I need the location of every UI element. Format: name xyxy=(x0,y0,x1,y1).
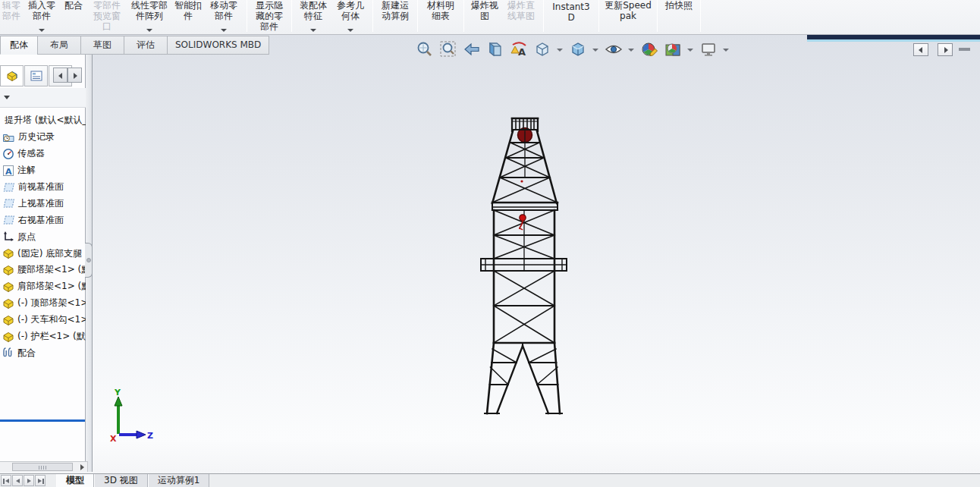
pane-tab-property-manager[interactable] xyxy=(24,65,48,86)
nav-last-button[interactable] xyxy=(35,475,46,486)
insert-component-button[interactable]: 插入零部件 xyxy=(24,0,59,34)
toolbar-separator xyxy=(372,0,373,32)
tree-item-sensors[interactable]: 传感器 xyxy=(0,146,86,162)
dropdown-arrow-icon[interactable] xyxy=(310,29,316,32)
rollback-bar[interactable] xyxy=(0,419,85,422)
tree-item-label: 提升塔 (默认<默认_ xyxy=(5,114,86,127)
tree-item-waist-tower[interactable]: 腰部塔架<1> (默 xyxy=(0,262,86,278)
nav-next-button[interactable] xyxy=(24,475,34,486)
mid-tower-section xyxy=(494,210,554,343)
tab-label: 评估 xyxy=(137,39,155,50)
reference-geometry-button[interactable]: 参考几何体 xyxy=(332,0,369,34)
button-label: 参考几何体 xyxy=(337,0,364,21)
nav-previous-button[interactable] xyxy=(12,475,23,486)
tree-item-origin[interactable]: 原点 xyxy=(0,228,86,245)
dropdown-arrow-icon[interactable] xyxy=(592,40,599,58)
tree-root-assembly[interactable]: 提升塔 (默认<默认_ xyxy=(0,112,86,129)
previous-view-icon[interactable] xyxy=(463,40,481,58)
panel-horizontal-scrollbar[interactable] xyxy=(0,461,88,472)
mate-button[interactable]: 配合 xyxy=(61,0,86,34)
apply-scene-icon[interactable] xyxy=(664,40,682,58)
tree-item-mates[interactable]: 配合 xyxy=(0,344,86,361)
button-label: 线性零部件阵列 xyxy=(131,0,168,21)
component-preview-window-button: 零部件预览窗口 xyxy=(88,0,126,34)
tab-evaluate[interactable]: 评估 xyxy=(124,36,168,55)
top-tower-section xyxy=(492,131,558,203)
nav-first-button[interactable] xyxy=(1,475,11,486)
bar-icon xyxy=(3,479,5,484)
tab-label: 运动算例1 xyxy=(158,475,200,485)
linear-component-pattern-button[interactable]: 线性零部件阵列 xyxy=(127,0,171,34)
dropdown-arrow-icon[interactable] xyxy=(557,40,564,58)
view-orientation-icon[interactable] xyxy=(533,40,551,58)
dropdown-arrow-icon[interactable] xyxy=(628,40,635,58)
tab-solidworks-mbd[interactable]: SOLIDWORKS MBD xyxy=(167,36,269,55)
display-style-icon[interactable] xyxy=(569,40,587,58)
tab-sketch[interactable]: 草图 xyxy=(80,36,124,55)
tree-item-guard-rail[interactable]: (-) 护栏<1> (默 xyxy=(0,328,86,345)
plane-icon xyxy=(2,214,15,226)
section-view-icon[interactable] xyxy=(486,40,504,58)
tree-item-annotations[interactable]: A 注解 xyxy=(0,162,86,179)
model-lifting-tower[interactable] xyxy=(455,106,607,425)
pane-scroll-left-button[interactable] xyxy=(53,68,68,83)
task-pane-edge-strip xyxy=(807,35,980,42)
zoom-to-fit-icon[interactable] xyxy=(416,40,434,58)
pane-tab-feature-manager[interactable] xyxy=(0,65,24,86)
tab-motion-study-1[interactable]: 运动算例1 xyxy=(148,474,210,487)
tree-item-right-plane[interactable]: 右视基准面 xyxy=(0,212,86,228)
tree-item-label: 腰部塔架<1> (默 xyxy=(17,263,86,276)
new-motion-study-button[interactable]: 新建运动算例 xyxy=(377,0,413,34)
bottom-legs-section xyxy=(485,343,562,413)
assembly-features-button[interactable]: 装配体特征 xyxy=(296,0,331,34)
guard-rail xyxy=(512,118,538,131)
tree-item-label: (-) 天车和勾<1> xyxy=(17,313,86,326)
tree-item-bottom-legs[interactable]: (固定) 底部支腿 xyxy=(0,245,86,262)
zoom-to-area-icon[interactable] xyxy=(439,40,457,58)
shoulder-band xyxy=(492,203,558,210)
tab-3d-views[interactable]: 3D 视图 xyxy=(94,474,148,487)
dropdown-arrow-icon[interactable] xyxy=(146,29,152,32)
smart-fasteners-button[interactable]: 智能扣件 xyxy=(173,0,203,34)
dropdown-arrow-icon[interactable] xyxy=(221,29,227,32)
minimize-icon[interactable] xyxy=(959,48,970,51)
tree-item-front-plane[interactable]: 前视基准面 xyxy=(0,179,86,196)
dropdown-arrow-icon[interactable] xyxy=(347,29,353,32)
scroll-right-button[interactable] xyxy=(77,463,86,471)
dropdown-arrow-icon[interactable] xyxy=(39,29,45,32)
view-settings-icon[interactable] xyxy=(699,40,718,58)
collapse-right-button[interactable] xyxy=(938,43,953,56)
tree-item-shoulder-tower[interactable]: 肩部塔架<1> (默 xyxy=(0,278,86,295)
collapse-left-button[interactable] xyxy=(913,43,928,56)
bill-of-materials-button[interactable]: 材料明细表 xyxy=(422,0,460,34)
dropdown-arrow-icon[interactable] xyxy=(687,40,694,58)
tab-layout[interactable]: 布局 xyxy=(37,36,81,55)
update-speedpak-button[interactable]: 更新Speedpak xyxy=(603,0,653,34)
hide-show-items-icon[interactable] xyxy=(605,40,623,58)
bottom-tab-bar: 模型 3D 视图 运动算例1 xyxy=(0,473,980,487)
annotation-views-icon[interactable]: A xyxy=(510,40,528,58)
pane-scroll-right-button[interactable] xyxy=(68,68,82,83)
tree-item-label: 右视基准面 xyxy=(18,214,64,227)
tree-item-top-tower[interactable]: (-) 顶部塔架<1> xyxy=(0,295,86,312)
scrollbar-grip-icon xyxy=(39,466,48,470)
tab-model[interactable]: 模型 xyxy=(56,474,94,487)
exploded-view-button[interactable]: 爆炸视图 xyxy=(468,0,501,34)
take-snapshot-button[interactable]: 拍快照 xyxy=(661,0,696,34)
button-label: 插入零部件 xyxy=(28,0,55,21)
tree-display-flyout[interactable] xyxy=(0,88,86,108)
tree-item-top-plane[interactable]: 上视基准面 xyxy=(0,195,86,212)
part-icon xyxy=(2,297,14,309)
show-hidden-components-button[interactable]: 显示隐藏的零部件 xyxy=(251,0,287,34)
move-component-button[interactable]: 移动零部件 xyxy=(205,0,243,34)
dropdown-arrow-icon[interactable] xyxy=(723,40,730,58)
button-label: 移动零部件 xyxy=(210,0,237,21)
scrollbar-thumb[interactable] xyxy=(12,463,73,471)
tree-item-crown-and-hook[interactable]: (-) 天车和勾<1> xyxy=(0,312,86,328)
panel-splitter[interactable] xyxy=(86,55,93,472)
tree-item-history[interactable]: 历史记录 xyxy=(0,129,86,146)
panel-collapse-handle[interactable] xyxy=(85,243,93,278)
instant3d-button[interactable]: Instant3D xyxy=(548,0,595,34)
tab-assembly[interactable]: 配体 xyxy=(0,36,38,55)
edit-appearance-icon[interactable] xyxy=(640,40,658,58)
